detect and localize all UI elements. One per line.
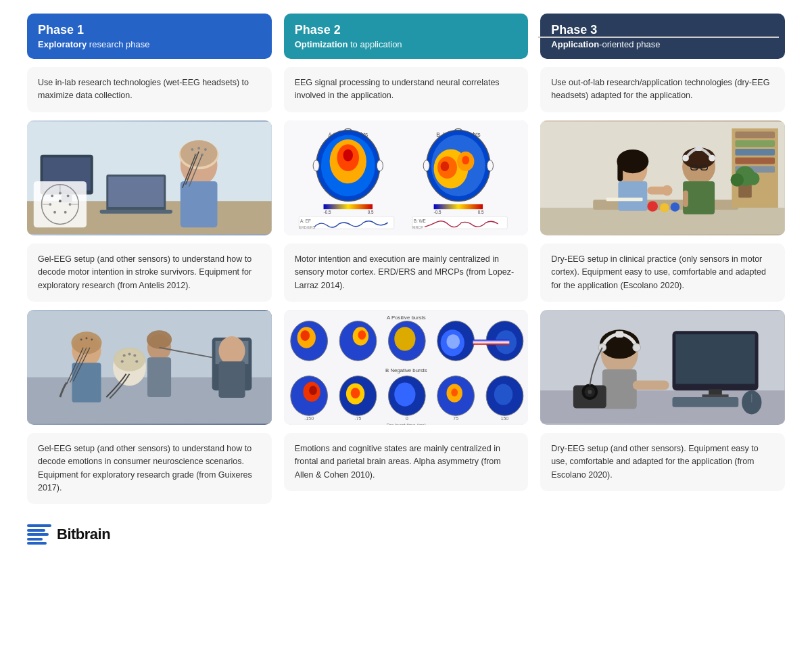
svg-point-59 [133, 354, 136, 357]
svg-point-30 [53, 211, 56, 214]
svg-rect-186 [602, 369, 637, 409]
svg-point-40 [71, 331, 101, 354]
svg-rect-149 [736, 157, 775, 164]
svg-point-189 [633, 344, 641, 352]
svg-text:A: EF: A: EF [300, 219, 311, 223]
phase1-column: Use in-lab research technologies (wet-EE… [27, 67, 272, 504]
svg-rect-48 [147, 357, 171, 397]
svg-point-153 [731, 173, 744, 187]
svg-point-60 [121, 360, 124, 363]
svg-rect-86 [433, 204, 482, 209]
svg-text:B Negative bursts: B Negative bursts [385, 367, 427, 373]
phase2-subtitle: Optimization to application [295, 39, 518, 49]
svg-point-168 [709, 155, 716, 162]
svg-point-53 [218, 336, 245, 365]
phase3-description2: Dry-EEG setup in clinical practice (only… [540, 244, 785, 302]
phase3-subtitle: Application-oriented phase [551, 39, 774, 49]
svg-rect-10 [181, 181, 218, 227]
svg-point-188 [598, 344, 606, 352]
svg-point-24 [51, 194, 53, 197]
svg-rect-73 [323, 204, 372, 209]
svg-point-56 [114, 348, 145, 371]
phases-grid: Use in-lab research technologies (wet-EE… [27, 67, 785, 504]
svg-point-69 [343, 149, 352, 161]
svg-point-167 [682, 155, 689, 162]
svg-rect-8 [100, 210, 173, 214]
svg-rect-7 [108, 177, 164, 207]
svg-point-80 [440, 161, 449, 170]
svg-rect-187 [633, 380, 669, 390]
svg-rect-146 [736, 131, 775, 138]
svg-point-82 [462, 156, 469, 164]
phase1-description2: Gel-EEG setup (and other sensors) to und… [27, 244, 272, 302]
svg-point-154 [746, 172, 760, 185]
svg-point-99 [300, 330, 310, 341]
svg-point-43 [91, 338, 93, 340]
svg-point-130 [451, 388, 458, 396]
bitbrain-logo-text: Bitbrain [57, 526, 110, 543]
svg-point-133 [494, 384, 512, 405]
svg-rect-147 [736, 140, 775, 147]
phase1-image1 [27, 120, 272, 235]
phase1-image2 [27, 310, 272, 425]
phase2-header: Phase 2 Optimization to application [284, 14, 529, 59]
phase2-description3: Emotions and cognitive states are mainly… [284, 433, 529, 491]
svg-text:0: 0 [406, 416, 408, 421]
phase3-image1-placeholder [540, 120, 785, 235]
svg-text:0.5: 0.5 [477, 210, 483, 214]
phase3-image2 [540, 310, 785, 425]
svg-text:75: 75 [453, 416, 458, 421]
phase2-image1: A. EEG Weights B. MRCP Weights [284, 120, 529, 235]
svg-point-31 [64, 211, 67, 214]
svg-rect-181 [673, 397, 739, 407]
svg-rect-115 [473, 340, 509, 345]
svg-point-15 [204, 148, 207, 151]
svg-point-110 [446, 334, 460, 349]
phase2-description1: EEG signal processing to understand neur… [284, 67, 529, 112]
bitbrain-logo: Bitbrain [27, 524, 110, 545]
svg-point-160 [662, 185, 673, 196]
svg-point-13 [191, 148, 193, 151]
phase1-image1-placeholder [27, 120, 272, 235]
svg-point-26 [67, 194, 70, 197]
svg-text:B: WE: B: WE [413, 219, 425, 223]
svg-text:0.5: 0.5 [367, 210, 373, 214]
phase1-subtitle: Exploratory research phase [38, 39, 261, 49]
phase1-header: Phase 1 Exploratory research phase [27, 14, 272, 59]
svg-point-61 [135, 360, 138, 363]
phase3-image2-placeholder [540, 310, 785, 425]
phase2-image2-placeholder: A Positive bursts [284, 310, 529, 425]
svg-point-119 [309, 386, 317, 395]
phase2-column: EEG signal processing to understand neur… [284, 67, 529, 504]
svg-point-106 [394, 327, 415, 350]
footer: Bitbrain [27, 524, 785, 545]
svg-point-28 [59, 200, 62, 202]
svg-rect-148 [736, 149, 775, 156]
svg-rect-174 [606, 198, 643, 201]
svg-point-57 [123, 354, 126, 357]
svg-rect-178 [676, 334, 755, 384]
bitbrain-logo-icon [27, 524, 51, 545]
phase1-description1: Use in-lab research technologies (wet-EE… [27, 67, 272, 112]
phase3-description3: Dry-EEG setup (and other sensors). Equip… [540, 433, 785, 491]
svg-rect-170 [683, 190, 688, 206]
phase2-description2: Motor intention and execution are mainly… [284, 244, 529, 302]
svg-text:ERD/ERS: ERD/ERS [299, 225, 315, 229]
phase2-number: Phase 2 [295, 23, 518, 37]
svg-rect-190 [616, 331, 624, 338]
svg-point-172 [660, 203, 669, 212]
svg-point-58 [128, 352, 131, 355]
svg-point-71 [313, 160, 319, 170]
phase1-image2-placeholder [27, 310, 272, 425]
svg-point-49 [147, 330, 172, 348]
phase3-header: Phase 3 Application-oriented phase [540, 14, 785, 59]
svg-text:MRCP: MRCP [412, 225, 423, 229]
svg-point-84 [423, 160, 429, 170]
phase2-image1-placeholder: A. EEG Weights B. MRCP Weights [284, 120, 529, 235]
phase3-description1: Use out-of-lab research/application tech… [540, 67, 785, 112]
svg-text:-0.5: -0.5 [433, 210, 441, 214]
svg-text:-150: -150 [304, 416, 314, 421]
svg-point-194 [588, 390, 592, 394]
phase3-number: Phase 3 [551, 23, 774, 37]
svg-text:Pre-burst time (ms): Pre-burst time (ms) [386, 423, 425, 425]
